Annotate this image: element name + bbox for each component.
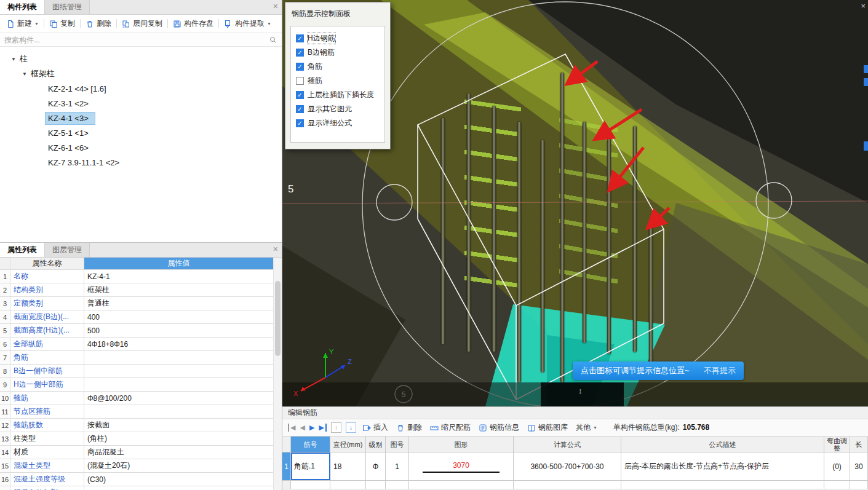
rebar-table-row-partial[interactable]: [282, 481, 868, 489]
copy-button[interactable]: 复制: [46, 17, 78, 31]
header-bend-adjust: 弯曲调整: [824, 437, 850, 452]
property-row: 3定额类别普通柱: [0, 297, 273, 310]
property-value[interactable]: 普通柱: [84, 297, 273, 310]
book-icon: [527, 424, 536, 432]
annotation-arrows: [569, 61, 669, 226]
property-value[interactable]: 按截面: [84, 419, 273, 432]
extract-icon: [224, 20, 233, 28]
property-value[interactable]: (C30): [84, 473, 273, 486]
delete-row-button[interactable]: 删除: [394, 421, 424, 434]
nav-first-button[interactable]: ◀: [288, 424, 295, 432]
tree-node-frame-column[interactable]: ▼框架柱: [0, 66, 282, 81]
checkbox-unchecked-icon[interactable]: [296, 77, 304, 85]
tree-item[interactable]: KZ-3-1 <2>: [0, 96, 282, 111]
checkbox-checked-icon[interactable]: [296, 119, 304, 127]
docked-panel-button[interactable]: [864, 141, 868, 151]
scrollbar-thumb[interactable]: [275, 281, 281, 356]
property-value[interactable]: Φ8@100/200: [84, 392, 273, 405]
tree-item[interactable]: KZ-7 3.9-11.1-1 <2>: [0, 155, 282, 170]
option-corner-rebar[interactable]: 角筋: [296, 60, 384, 74]
row-number: 2: [0, 283, 10, 296]
option-show-other-elements[interactable]: 显示其它图元: [296, 102, 384, 116]
extract-component-button[interactable]: 构件提取▼: [221, 17, 274, 31]
rebar-display-control-panel[interactable]: 钢筋显示控制面板 H边钢筋 B边钢筋 角筋 箍筋 上层柱插筋下插长度 显示其它图…: [285, 2, 391, 149]
tree-item[interactable]: KZ-2-1 <4> [1.6]: [0, 81, 282, 96]
property-value[interactable]: [84, 365, 273, 377]
nav-prev-button[interactable]: ◀: [300, 424, 305, 432]
property-value[interactable]: [84, 486, 273, 490]
cell-bend-adjust[interactable]: (0): [824, 452, 850, 480]
property-value[interactable]: [84, 351, 273, 364]
option-show-detailed-formula[interactable]: 显示详细公式: [296, 116, 384, 130]
close-icon[interactable]: ×: [273, 2, 278, 10]
expand-caret-icon[interactable]: ▼: [11, 57, 16, 62]
nav-next-button[interactable]: ▶: [309, 424, 314, 432]
rebar-library-button[interactable]: 钢筋图库: [525, 421, 570, 434]
property-value[interactable]: 400: [84, 310, 273, 323]
insert-button[interactable]: 插入: [360, 421, 390, 434]
floor-copy-button[interactable]: 层间复制: [119, 17, 165, 31]
trash-icon: [86, 20, 94, 28]
rebar-info-button[interactable]: 钢筋信息: [477, 421, 521, 434]
tab-component-list[interactable]: 构件列表: [0, 0, 45, 14]
delete-button[interactable]: 删除: [82, 17, 114, 31]
option-upper-column-dowel[interactable]: 上层柱插筋下插长度: [296, 88, 384, 102]
cell-shape[interactable]: 3070: [409, 452, 514, 480]
property-value[interactable]: [84, 405, 273, 418]
cell-formula[interactable]: 3600-500-700+700-30: [514, 452, 621, 480]
cell-fig-no[interactable]: 1: [386, 452, 409, 480]
expand-caret-icon[interactable]: ▼: [22, 71, 27, 77]
property-value[interactable]: KZ-4-1: [84, 270, 273, 283]
cell-description[interactable]: 层高-本层的露出长度-节点高+节点高-保护层: [621, 452, 824, 480]
property-panel-tabbar: 属性列表 图层管理 ×: [0, 243, 282, 258]
checkbox-checked-icon[interactable]: [296, 63, 304, 71]
new-button[interactable]: 新建▼: [3, 17, 42, 31]
save-label: 构件存盘: [184, 18, 213, 29]
delete-label: 删除: [97, 18, 111, 29]
docked-panel-button[interactable]: [864, 65, 868, 73]
row-select-cell[interactable]: 1: [282, 452, 291, 480]
option-label: 显示详细公式: [308, 118, 352, 128]
save-component-button[interactable]: 构件存盘: [170, 17, 217, 31]
docked-panel-button[interactable]: [864, 78, 868, 86]
property-value[interactable]: 4Φ18+8Φ16: [84, 338, 273, 350]
tab-layer-management[interactable]: 图层管理: [45, 243, 90, 257]
checkbox-checked-icon[interactable]: [296, 105, 304, 113]
scale-rebar-button[interactable]: 缩尺配筋: [428, 421, 472, 434]
tree-item[interactable]: KZ-6-1 <6>: [0, 140, 282, 155]
option-b-side-rebar[interactable]: B边钢筋: [296, 45, 384, 60]
tree-item[interactable]: KZ-5-1 <1>: [0, 125, 282, 140]
scrollbar[interactable]: [273, 258, 282, 490]
dismiss-hint-button[interactable]: 不再提示: [704, 365, 736, 376]
tab-property-list[interactable]: 属性列表: [0, 243, 45, 257]
nav-last-button[interactable]: ▶: [319, 424, 326, 432]
checkbox-checked-icon[interactable]: [296, 91, 304, 99]
property-value[interactable]: (角柱): [84, 432, 273, 445]
search-icon[interactable]: [269, 36, 277, 44]
move-up-button[interactable]: ↑: [331, 422, 341, 433]
property-value[interactable]: 商品混凝土: [84, 446, 273, 459]
close-icon[interactable]: ×: [273, 245, 278, 253]
tree-item-selected[interactable]: KZ-4-1 <3>: [0, 111, 282, 125]
option-h-side-rebar[interactable]: H边钢筋: [296, 31, 384, 45]
move-down-button[interactable]: ↓: [346, 422, 356, 433]
property-value[interactable]: [84, 378, 273, 391]
tab-drawing-management[interactable]: 图纸管理: [45, 0, 90, 14]
viewport-close-icon[interactable]: ×: [861, 1, 866, 10]
checkbox-checked-icon[interactable]: [296, 49, 304, 57]
property-value[interactable]: (混凝土20石): [84, 459, 273, 472]
property-value[interactable]: 500: [84, 324, 273, 337]
cell-length[interactable]: 30: [850, 452, 868, 480]
tree-node-column[interactable]: ▼柱: [0, 52, 282, 66]
checkbox-checked-icon[interactable]: [296, 34, 304, 42]
row-number: 4: [0, 310, 10, 323]
option-stirrup[interactable]: 箍筋: [296, 74, 384, 88]
rebar-table-row[interactable]: 1 角筋.1 18 Φ 1 3070 3600-500-700+700-30 层…: [282, 452, 868, 481]
other-button[interactable]: 其他▼: [574, 421, 599, 434]
cell-grade[interactable]: Φ: [366, 452, 386, 480]
search-input[interactable]: [4, 36, 269, 44]
panel-resize-handle[interactable]: ↕: [578, 386, 583, 395]
cell-diameter[interactable]: 18: [330, 452, 366, 480]
cell-bar-no[interactable]: 角筋.1: [291, 452, 330, 480]
property-value[interactable]: 框架柱: [84, 283, 273, 296]
